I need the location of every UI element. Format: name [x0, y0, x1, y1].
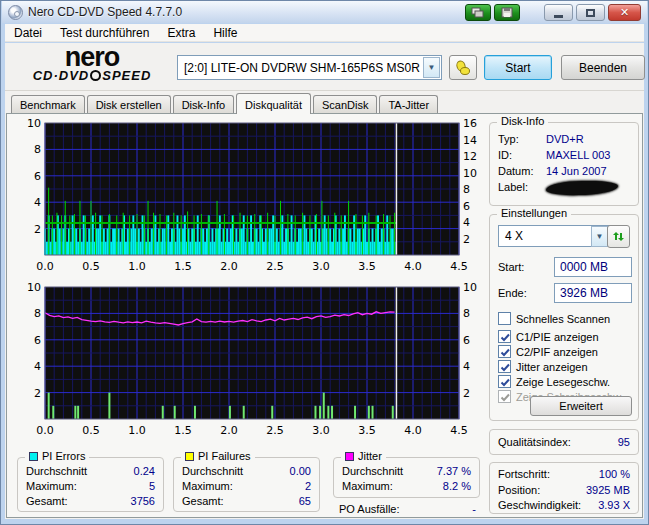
svg-text:0.0: 0.0	[36, 424, 54, 437]
disk-id-value: MAXELL 003	[546, 149, 610, 162]
jitter-pif-chart: 2468102468100.00.51.01.52.02.53.03.54.04…	[9, 282, 481, 445]
stat-label: Maximum:	[182, 480, 233, 493]
pi-failures-title: PI Failures	[198, 450, 251, 462]
disk-date-value: 14 Jun 2007	[546, 165, 607, 178]
svg-text:2.0: 2.0	[220, 424, 238, 437]
checkbox-jitter-anzeigen[interactable]: Jitter anzeigen	[498, 359, 636, 374]
svg-text:3.5: 3.5	[358, 260, 376, 273]
progress-label: Fortschritt:	[498, 468, 550, 482]
stat-value: 65	[299, 495, 311, 508]
tab-label: Disk erstellen	[96, 99, 162, 111]
checkbox-zeige-lesegeschw[interactable]: Zeige Lesegeschw.	[498, 374, 636, 389]
stat-label: Gesamt:	[26, 495, 68, 508]
start-button[interactable]: Start	[484, 55, 552, 80]
end-input[interactable]	[554, 283, 632, 303]
diskqualitaet-panel: 2468102468101214160.00.51.01.52.02.53.03…	[6, 113, 643, 518]
svg-text:6: 6	[463, 334, 470, 347]
tab-label: Diskqualität	[245, 99, 302, 111]
settings-checkboxes: Schnelles Scannen C1/PIE anzeigen C2/PIF…	[498, 311, 636, 404]
svg-text:8: 8	[463, 307, 470, 320]
checkbox-label: Jitter anzeigen	[516, 361, 588, 373]
stat-label: Durchschnitt	[342, 465, 403, 478]
menu-test-durchfuehren[interactable]: Test durchführen	[51, 25, 158, 41]
speed-select[interactable]: 4 X ▼	[498, 225, 610, 247]
svg-text:0.5: 0.5	[82, 260, 100, 273]
svg-text:2.5: 2.5	[266, 260, 284, 273]
refresh-arrows-icon	[612, 230, 625, 243]
screenshot-copy-button[interactable]	[465, 4, 491, 21]
svg-text:2: 2	[34, 223, 41, 236]
drive-select[interactable]: [2:0] LITE-ON DVDRW SHM-165P6S MS0R ▼	[177, 55, 442, 80]
jitter-title: Jitter	[358, 450, 382, 462]
quality-index-label: Qualitätsindex:	[498, 436, 571, 448]
settings-title: Einstellungen	[501, 207, 567, 219]
checkbox-icon[interactable]	[498, 345, 511, 358]
tab-disk-erstellen[interactable]: Disk erstellen	[87, 95, 171, 114]
nero-logo-speed: SPEED	[102, 68, 151, 83]
nero-logo-subtitle: CD·DVDSPEED	[17, 69, 167, 83]
checkbox-label: C2/PIF anzeigen	[516, 346, 598, 358]
menu-hilfe[interactable]: Hilfe	[204, 25, 246, 41]
menu-extra[interactable]: Extra	[158, 25, 204, 41]
erweitert-button[interactable]: Erweitert	[530, 396, 632, 416]
app-cd-icon	[8, 5, 23, 20]
svg-text:0.5: 0.5	[82, 424, 100, 437]
screenshot-save-button[interactable]	[494, 4, 520, 21]
pi-errors-chart: 2468102468101214160.00.51.01.52.02.53.03…	[9, 118, 481, 281]
tab-scandisk[interactable]: ScanDisk	[313, 95, 377, 114]
checkbox-icon[interactable]	[498, 375, 511, 388]
svg-text:4: 4	[34, 196, 41, 209]
svg-text:2: 2	[34, 387, 41, 400]
menu-datei[interactable]: Datei	[5, 25, 51, 41]
checkbox-icon[interactable]	[498, 360, 511, 373]
tab-benchmark[interactable]: Benchmark	[11, 95, 85, 114]
disk-type-label: Typ:	[498, 133, 546, 146]
svg-text:1.5: 1.5	[174, 424, 192, 437]
end-field-row: Ende:	[498, 283, 632, 303]
checkbox-label: C1/PIE anzeigen	[516, 331, 599, 343]
svg-text:8: 8	[34, 143, 41, 156]
nero-logo-cddvd: CD·DVD	[33, 68, 90, 83]
beenden-button[interactable]: Beenden	[561, 55, 645, 80]
checkbox-icon[interactable]	[498, 330, 511, 343]
checkbox-c2-pif-anzeigen[interactable]: C2/PIF anzeigen	[498, 344, 636, 359]
progress-groupbox: Fortschritt:100 % Position:3925 MB Gesch…	[489, 462, 639, 514]
svg-text:1.0: 1.0	[128, 260, 146, 273]
svg-text:6: 6	[34, 334, 41, 347]
po-failures-value: -	[472, 503, 480, 515]
application-window: Nero CD-DVD Speed 4.7.7.0 ✕ Da	[0, 0, 649, 525]
po-failures-row: PO Ausfälle: -	[339, 503, 480, 515]
disk-info-groupbox: Disk-Info Typ:DVD+R ID:MAXELL 003 Datum:…	[489, 122, 639, 206]
title-bar[interactable]: Nero CD-DVD Speed 4.7.7.0 ✕	[2, 1, 647, 23]
chevron-down-icon[interactable]: ▼	[591, 226, 608, 247]
tab-page-area: Benchmark Disk erstellen Disk-Info Diskq…	[5, 91, 644, 519]
disk-label-redacted-value	[546, 179, 618, 196]
tab-disk-info[interactable]: Disk-Info	[173, 95, 234, 114]
pi-errors-groupbox: PI Errors Durchschnitt0.24 Maximum:5 Ges…	[17, 457, 164, 512]
disk-type-value: DVD+R	[546, 133, 584, 146]
pi-failures-groupbox: PI Failures Durchschnitt0.00 Maximum:2 G…	[173, 457, 320, 512]
checkbox-schnelles-scannen[interactable]: Schnelles Scannen	[498, 311, 636, 326]
svg-text:4.0: 4.0	[404, 260, 422, 273]
svg-text:6: 6	[34, 170, 41, 183]
tab-ta-jitter[interactable]: TA-Jitter	[379, 95, 438, 114]
refresh-button[interactable]	[607, 225, 630, 248]
svg-text:3.0: 3.0	[312, 424, 330, 437]
start-input[interactable]	[554, 257, 632, 277]
eject-hand-icon	[455, 60, 471, 76]
tab-strip: Benchmark Disk erstellen Disk-Info Diskq…	[11, 92, 440, 114]
tab-diskqualitaet[interactable]: Diskqualität	[236, 93, 311, 114]
stat-value: 8.2 %	[443, 480, 471, 493]
stat-value: 0.24	[134, 465, 155, 478]
position-label: Position:	[498, 484, 540, 498]
checkbox-icon[interactable]	[498, 312, 511, 325]
minimize-button[interactable]	[544, 4, 573, 21]
speed-select-value: 4 X	[499, 229, 591, 243]
eject-disc-button[interactable]	[449, 55, 477, 80]
start-button-label: Start	[505, 61, 530, 75]
chevron-down-icon[interactable]: ▼	[423, 57, 440, 78]
svg-text:1.5: 1.5	[174, 260, 192, 273]
close-button[interactable]: ✕	[608, 4, 641, 21]
checkbox-c1-pie-anzeigen[interactable]: C1/PIE anzeigen	[498, 329, 636, 344]
maximize-button[interactable]	[576, 4, 605, 21]
